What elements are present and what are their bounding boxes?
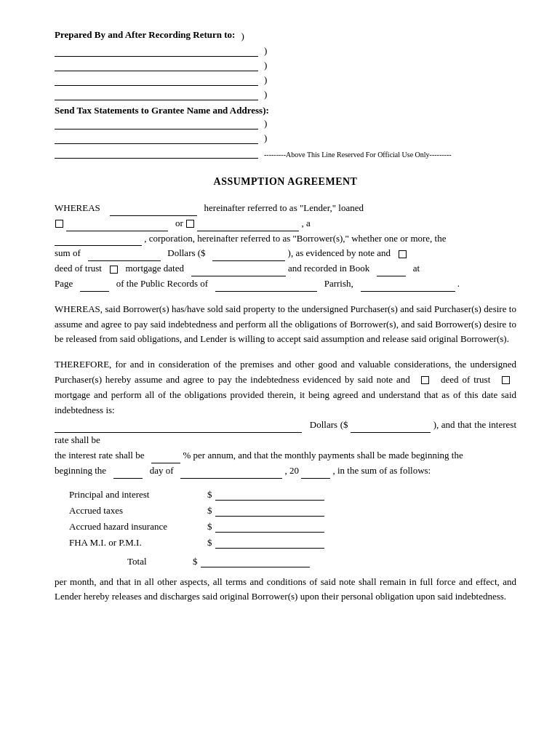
principal-dollar: $ xyxy=(207,489,212,501)
interest-rate-blank[interactable] xyxy=(151,453,180,463)
therefore-paragraph: THEREFORE, for and in consideration of t… xyxy=(55,357,516,478)
therefore-mortgage-text: mortgage and perform all of the obligati… xyxy=(55,389,516,415)
mortgage-date-blank[interactable] xyxy=(191,266,286,276)
accrued-hazard-label: Accrued hazard insurance xyxy=(69,521,207,533)
page-text: Page xyxy=(55,278,73,289)
parrish-text: Parrish, xyxy=(324,278,353,289)
beginning-day-blank[interactable] xyxy=(113,469,143,479)
checkbox-4[interactable] xyxy=(110,266,118,274)
a-text: , a xyxy=(302,218,311,228)
dollars-label: Dollars ($ xyxy=(310,419,348,430)
document-title: ASSUMPTION AGREEMENT xyxy=(55,176,516,188)
bracket-5: ) xyxy=(264,89,267,100)
per-month-paragraph: per month, and that in all other aspects… xyxy=(55,575,516,605)
public-records-text: of the Public Records of xyxy=(116,278,208,289)
checkbox-2[interactable] xyxy=(186,220,194,228)
principal-blank[interactable] xyxy=(215,490,324,501)
financial-row-3: Accrued hazard insurance $ xyxy=(69,521,516,533)
whereas-paragraph-2: WHEREAS, said Borrower(s) has/have sold … xyxy=(55,302,516,347)
corporation-text: , corporation, hereinafter referred to a… xyxy=(144,233,446,244)
bracket-6: ) xyxy=(264,118,267,130)
prepared-by-field-1[interactable] xyxy=(55,45,258,57)
accrued-taxes-label: Accrued taxes xyxy=(69,505,207,517)
or-text: or xyxy=(175,218,183,228)
send-tax-field-2[interactable] xyxy=(55,132,258,144)
whereas-paragraph-1: WHEREAS hereinafter referred to as "Lend… xyxy=(55,201,516,292)
bracket-4: ) xyxy=(264,74,267,86)
header-line-2: ) xyxy=(55,60,516,71)
whereas-lender-blank[interactable] xyxy=(110,206,197,216)
beginning-label: beginning the xyxy=(55,465,106,476)
indebtedness-blank[interactable] xyxy=(55,423,302,433)
evidenced-text: ), as evidenced by note and xyxy=(288,247,391,258)
principal-label: Principal and interest xyxy=(69,489,207,501)
financial-row-4: FHA M.I. or P.M.I. $ xyxy=(69,537,516,549)
whereas-label: WHEREAS xyxy=(55,202,100,213)
header-line-4: ) xyxy=(55,89,516,100)
accrued-hazard-dollar: $ xyxy=(207,521,212,533)
sum-follows-text: , in the sum of as follows: xyxy=(333,465,431,476)
accrued-taxes-blank[interactable] xyxy=(215,506,324,517)
header-line-1: ) xyxy=(55,45,516,57)
day-of-text: day of xyxy=(150,465,174,476)
header-lines-group: ) ) ) ) xyxy=(55,45,516,100)
sum-blank[interactable] xyxy=(88,251,161,261)
total-dollar: $ xyxy=(193,556,198,567)
dollars-blank[interactable] xyxy=(212,251,285,261)
whereas-blank-3[interactable] xyxy=(197,221,299,231)
financial-table: Principal and interest $ Accrued taxes $… xyxy=(69,489,516,549)
prepared-by-label: Prepared By and After Recording Return t… xyxy=(55,29,235,41)
prepared-by-row: Prepared By and After Recording Return t… xyxy=(55,29,516,42)
total-blank[interactable] xyxy=(201,557,310,567)
bracket-1: ) xyxy=(241,31,244,42)
date-blank[interactable] xyxy=(180,469,282,479)
whereas2-text: WHEREAS, said Borrower(s) has/have sold … xyxy=(55,303,516,345)
dollars-amount-blank[interactable] xyxy=(351,423,431,433)
recorded-text: and recorded in Book xyxy=(288,263,369,274)
send-tax-field-1[interactable] xyxy=(55,118,258,130)
year-blank[interactable] xyxy=(301,469,330,479)
financial-row-1: Principal and interest $ xyxy=(69,489,516,501)
send-tax-label: Send Tax Statements to Grantee Name and … xyxy=(55,105,516,116)
send-tax-field-3[interactable] xyxy=(55,147,258,159)
financial-row-2: Accrued taxes $ xyxy=(69,505,516,517)
title-text: ASSUMPTION AGREEMENT xyxy=(214,176,358,187)
prepared-by-field-3[interactable] xyxy=(55,74,258,86)
send-tax-line-1: ) xyxy=(55,118,516,130)
prepared-by-field-4[interactable] xyxy=(55,89,258,100)
reserved-text: ---------Above This Line Reserved For Of… xyxy=(264,151,452,159)
send-tax-line-2: ) xyxy=(55,132,516,144)
checkbox-3[interactable] xyxy=(399,250,407,258)
reserved-line-container: ---------Above This Line Reserved For Of… xyxy=(55,147,516,159)
fha-dollar: $ xyxy=(207,537,212,549)
checkbox-1[interactable] xyxy=(55,220,63,228)
accrued-hazard-blank[interactable] xyxy=(215,522,324,533)
whereas-lender-text: hereinafter referred to as "Lender," loa… xyxy=(204,202,364,213)
parrish-blank[interactable] xyxy=(361,282,455,292)
deed-of-trust-text: deed of trust xyxy=(55,263,102,274)
page-blank[interactable] xyxy=(80,282,109,292)
fha-label: FHA M.I. or P.M.I. xyxy=(69,537,207,549)
bracket-3: ) xyxy=(264,60,267,71)
total-label: Total xyxy=(127,556,193,567)
checkbox-5[interactable] xyxy=(421,376,429,384)
whereas-blank-4[interactable] xyxy=(55,236,142,246)
bracket-2: ) xyxy=(264,45,267,57)
accrued-taxes-dollar: $ xyxy=(207,505,212,517)
whereas-blank-2[interactable] xyxy=(66,221,168,231)
dollars-text: Dollars ($ xyxy=(167,247,205,258)
book-blank[interactable] xyxy=(377,266,406,276)
checkbox-6[interactable] xyxy=(502,376,510,384)
total-row: Total $ xyxy=(127,556,516,567)
deed-trust-text: deed of trust xyxy=(441,374,490,385)
prepared-by-field-2[interactable] xyxy=(55,60,258,71)
bracket-7: ) xyxy=(264,132,267,144)
header-section: Prepared By and After Recording Return t… xyxy=(55,29,516,159)
per-month-text: per month, and that in all other aspects… xyxy=(55,576,516,602)
public-records-blank[interactable] xyxy=(215,282,317,292)
percent-text: % per annum, and that the monthly paymen… xyxy=(183,450,463,461)
fha-blank[interactable] xyxy=(215,538,324,549)
at-text: at xyxy=(413,263,420,274)
header-line-3: ) xyxy=(55,74,516,86)
20-text: , 20 xyxy=(285,465,300,476)
